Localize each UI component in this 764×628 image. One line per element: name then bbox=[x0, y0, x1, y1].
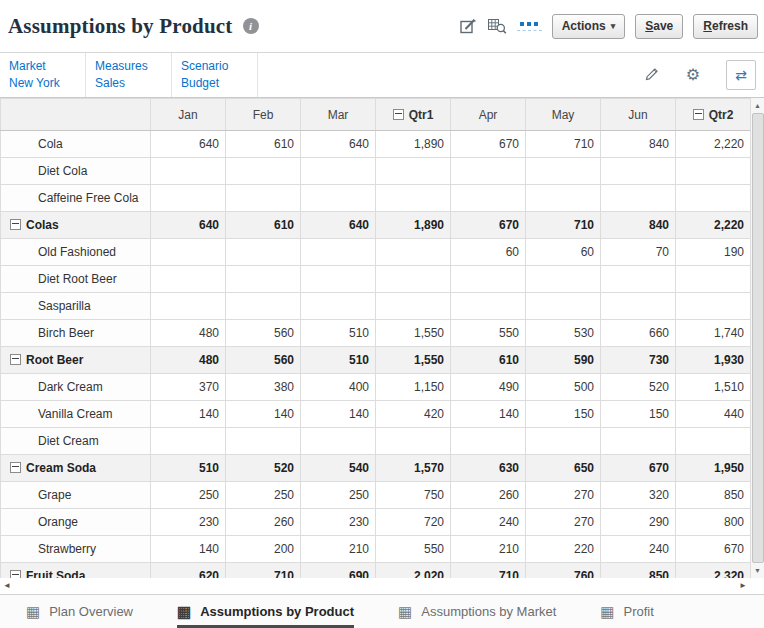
data-cell[interactable]: 260 bbox=[226, 509, 301, 536]
data-cell[interactable] bbox=[376, 293, 451, 320]
row-header-grape[interactable]: Grape bbox=[1, 482, 151, 509]
horizontal-scrollbar[interactable]: ◄ ► bbox=[0, 578, 764, 594]
data-cell[interactable] bbox=[526, 266, 601, 293]
data-cell[interactable]: 640 bbox=[301, 212, 376, 239]
data-cell[interactable]: 480 bbox=[151, 347, 226, 374]
data-cell[interactable]: 490 bbox=[451, 374, 526, 401]
data-cell[interactable]: 510 bbox=[301, 347, 376, 374]
data-cell[interactable]: 650 bbox=[526, 455, 601, 482]
column-header-qtr1[interactable]: Qtr1 bbox=[376, 99, 451, 131]
data-cell[interactable]: 150 bbox=[601, 401, 676, 428]
data-cell[interactable]: 800 bbox=[676, 509, 751, 536]
data-cell[interactable] bbox=[526, 158, 601, 185]
data-cell[interactable] bbox=[151, 293, 226, 320]
data-cell[interactable]: 210 bbox=[301, 536, 376, 563]
data-cell[interactable] bbox=[301, 428, 376, 455]
data-cell[interactable] bbox=[151, 428, 226, 455]
data-cell[interactable]: 210 bbox=[451, 536, 526, 563]
data-cell[interactable]: 670 bbox=[451, 131, 526, 158]
data-cell[interactable]: 640 bbox=[151, 131, 226, 158]
data-cell[interactable]: 60 bbox=[526, 239, 601, 266]
data-cell[interactable]: 640 bbox=[301, 131, 376, 158]
data-cell[interactable] bbox=[151, 185, 226, 212]
data-cell[interactable]: 320 bbox=[601, 482, 676, 509]
data-cell[interactable] bbox=[301, 158, 376, 185]
collapse-minus-icon[interactable] bbox=[393, 109, 404, 120]
pencil-icon[interactable] bbox=[644, 66, 660, 85]
data-cell[interactable]: 2,220 bbox=[676, 212, 751, 239]
data-cell[interactable]: 140 bbox=[151, 536, 226, 563]
more-toolbar-icon[interactable] bbox=[517, 22, 542, 31]
refresh-button[interactable]: Refresh bbox=[693, 14, 758, 39]
data-cell[interactable]: 150 bbox=[526, 401, 601, 428]
data-cell[interactable]: 480 bbox=[151, 320, 226, 347]
data-cell[interactable]: 840 bbox=[601, 131, 676, 158]
row-header-birch-beer[interactable]: Birch Beer bbox=[1, 320, 151, 347]
data-cell[interactable]: 230 bbox=[151, 509, 226, 536]
data-cell[interactable] bbox=[376, 158, 451, 185]
actions-button[interactable]: Actions ▾ bbox=[552, 14, 626, 39]
data-cell[interactable]: 710 bbox=[526, 131, 601, 158]
row-header-colas[interactable]: Colas bbox=[1, 212, 151, 239]
save-button[interactable]: Save bbox=[635, 14, 683, 39]
data-cell[interactable]: 400 bbox=[301, 374, 376, 401]
data-cell[interactable]: 290 bbox=[601, 509, 676, 536]
data-cell[interactable]: 240 bbox=[451, 509, 526, 536]
data-cell[interactable] bbox=[301, 239, 376, 266]
data-cell[interactable] bbox=[451, 293, 526, 320]
collapse-minus-icon[interactable] bbox=[10, 354, 21, 365]
data-cell[interactable]: 1,740 bbox=[676, 320, 751, 347]
data-cell[interactable] bbox=[676, 293, 751, 320]
data-cell[interactable]: 380 bbox=[226, 374, 301, 401]
data-cell[interactable]: 270 bbox=[526, 482, 601, 509]
row-header-cream-soda[interactable]: Cream Soda bbox=[1, 455, 151, 482]
row-header-cola[interactable]: Cola bbox=[1, 131, 151, 158]
data-cell[interactable]: 540 bbox=[301, 455, 376, 482]
tab-plan-overview[interactable]: ▦Plan Overview bbox=[26, 595, 133, 628]
data-cell[interactable] bbox=[226, 428, 301, 455]
vertical-scrollbar[interactable]: ▲ ▼ bbox=[750, 98, 764, 578]
data-cell[interactable]: 270 bbox=[526, 509, 601, 536]
data-cell[interactable] bbox=[151, 266, 226, 293]
data-cell[interactable] bbox=[151, 239, 226, 266]
data-cell[interactable]: 1,510 bbox=[676, 374, 751, 401]
row-header-strawberry[interactable]: Strawberry bbox=[1, 536, 151, 563]
scroll-left-icon[interactable]: ◄ bbox=[3, 581, 11, 590]
data-cell[interactable]: 510 bbox=[151, 455, 226, 482]
info-icon[interactable]: i bbox=[243, 18, 259, 34]
data-cell[interactable]: 670 bbox=[451, 212, 526, 239]
row-header-diet-cola[interactable]: Diet Cola bbox=[1, 158, 151, 185]
data-cell[interactable]: 250 bbox=[226, 482, 301, 509]
data-cell[interactable]: 140 bbox=[151, 401, 226, 428]
data-cell[interactable]: 560 bbox=[226, 320, 301, 347]
collapse-minus-icon[interactable] bbox=[10, 462, 21, 473]
tab-profit[interactable]: ▦Profit bbox=[600, 595, 654, 628]
data-cell[interactable]: 610 bbox=[451, 347, 526, 374]
data-cell[interactable] bbox=[676, 185, 751, 212]
data-cell[interactable]: 70 bbox=[601, 239, 676, 266]
data-cell[interactable] bbox=[601, 266, 676, 293]
data-cell[interactable]: 1,950 bbox=[676, 455, 751, 482]
column-header-feb[interactable]: Feb bbox=[226, 99, 301, 131]
pov-tile-market[interactable]: MarketNew York bbox=[0, 53, 86, 97]
scroll-up-icon[interactable]: ▲ bbox=[751, 99, 764, 112]
data-cell[interactable]: 720 bbox=[376, 509, 451, 536]
row-header-root-beer[interactable]: Root Beer bbox=[1, 347, 151, 374]
data-cell[interactable]: 2,220 bbox=[676, 131, 751, 158]
data-cell[interactable] bbox=[226, 266, 301, 293]
data-cell[interactable]: 190 bbox=[676, 239, 751, 266]
data-cell[interactable] bbox=[301, 293, 376, 320]
adhoc-analysis-icon[interactable] bbox=[487, 17, 507, 35]
data-cell[interactable] bbox=[226, 158, 301, 185]
data-cell[interactable] bbox=[226, 185, 301, 212]
data-cell[interactable]: 200 bbox=[226, 536, 301, 563]
data-cell[interactable]: 510 bbox=[301, 320, 376, 347]
data-cell[interactable]: 60 bbox=[451, 239, 526, 266]
row-header-caffeine-free-cola[interactable]: Caffeine Free Cola bbox=[1, 185, 151, 212]
pov-tile-measures[interactable]: MeasuresSales bbox=[86, 53, 172, 97]
data-cell[interactable]: 1,570 bbox=[376, 455, 451, 482]
data-cell[interactable] bbox=[451, 158, 526, 185]
data-cell[interactable] bbox=[226, 293, 301, 320]
data-cell[interactable]: 850 bbox=[676, 482, 751, 509]
data-cell[interactable] bbox=[601, 293, 676, 320]
